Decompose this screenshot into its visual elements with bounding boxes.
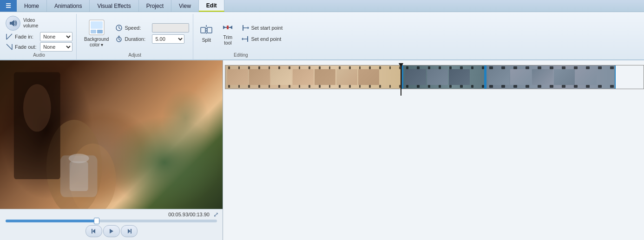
- svg-marker-20: [223, 26, 226, 29]
- fade-in-row: Fade in: NoneSlowMediumFast: [6, 32, 72, 41]
- tab-animations[interactable]: Animations: [47, 0, 90, 12]
- prev-frame-button[interactable]: [85, 225, 102, 237]
- background-color-button[interactable]: Backgroundcolor ▾: [80, 17, 112, 50]
- fade-out-label: Fade out:: [15, 44, 38, 50]
- svg-point-33: [69, 154, 89, 163]
- tab-bar: ☰ Home Animations Visual Effects Project…: [0, 0, 644, 12]
- set-end-label: Set end point: [251, 36, 281, 42]
- speed-label: Speed:: [125, 25, 150, 31]
- trim-tool-label: Trimtool: [223, 35, 233, 46]
- film-strip: [225, 65, 644, 89]
- progress-thumb[interactable]: [94, 218, 99, 224]
- tab-project[interactable]: Project: [139, 0, 171, 12]
- adjust-ribbon-group: Backgroundcolor ▾ Speed:: [77, 14, 193, 59]
- film-holes-bottom-3: [486, 85, 615, 88]
- expand-button[interactable]: ⤢: [213, 211, 219, 218]
- film-holes-bottom-1: [225, 85, 401, 88]
- menu-icon: ☰: [6, 2, 11, 9]
- svg-rect-40: [131, 229, 131, 234]
- svg-line-4: [7, 44, 12, 50]
- set-start-label: Set start point: [251, 25, 283, 31]
- split-button[interactable]: Split: [197, 22, 216, 45]
- playhead[interactable]: [401, 63, 401, 96]
- set-end-point-button[interactable]: Set end point: [240, 34, 284, 44]
- video-preview-panel: 00:05.93/00:13.90 ⤢: [0, 60, 223, 240]
- duration-row: Duration: 5.003.007.0010.00: [115, 34, 189, 44]
- next-frame-icon: [126, 228, 132, 234]
- timeline-area: [223, 60, 644, 240]
- time-display: 00:05.93/00:13.90: [168, 211, 213, 218]
- audio-controls: Videovolume Fade in: NoneSlowMediumFast …: [6, 15, 72, 52]
- svg-marker-25: [248, 26, 249, 29]
- svg-rect-32: [70, 162, 88, 191]
- film-segment-3[interactable]: [486, 65, 616, 89]
- tab-visual-effects[interactable]: Visual Effects: [90, 0, 138, 12]
- tab-home-label: Home: [24, 3, 39, 9]
- play-button[interactable]: [103, 225, 120, 237]
- editing-group-label: Editing: [197, 52, 284, 58]
- fade-in-select[interactable]: NoneSlowMediumFast: [40, 32, 72, 41]
- tab-home[interactable]: Home: [17, 0, 47, 12]
- speed-icon: [115, 24, 123, 32]
- fade-out-row: Fade out: NoneSlowMediumFast: [6, 42, 72, 52]
- ribbon: Videovolume Fade in: NoneSlowMediumFast …: [0, 12, 644, 60]
- svg-marker-21: [230, 26, 232, 29]
- film-holes-top-2: [403, 66, 484, 69]
- film-holes-top-3: [486, 66, 615, 69]
- speed-row: Speed:: [115, 23, 189, 32]
- trim-tool-button[interactable]: Trimtool: [218, 19, 237, 48]
- tab-animations-label: Animations: [54, 3, 82, 9]
- volume-icon: [8, 19, 18, 28]
- tab-edit[interactable]: Edit: [199, 0, 225, 12]
- svg-rect-7: [91, 21, 103, 29]
- set-start-point-button[interactable]: Set start point: [240, 23, 284, 32]
- film-holes-bottom-2: [403, 85, 484, 88]
- split-label: Split: [202, 38, 211, 43]
- main-area: 00:05.93/00:13.90 ⤢: [0, 60, 644, 240]
- next-frame-button[interactable]: [121, 225, 138, 237]
- progress-bar[interactable]: [6, 220, 217, 222]
- set-end-icon: [242, 35, 249, 43]
- playback-controls: [2, 223, 221, 239]
- video-controls-bar: 00:05.93/00:13.90 ⤢: [0, 209, 223, 240]
- svg-rect-8: [91, 30, 96, 33]
- svg-line-2: [7, 34, 12, 39]
- video-frame: [0, 60, 223, 209]
- svg-rect-22: [227, 26, 229, 29]
- svg-rect-16: [207, 27, 212, 33]
- editing-ribbon-group: Split Trimtool: [193, 14, 288, 59]
- speed-input[interactable]: [152, 23, 189, 32]
- progress-fill: [6, 220, 97, 222]
- video-volume-button[interactable]: [6, 16, 20, 31]
- duration-label: Duration:: [125, 36, 150, 42]
- fade-in-icon: [6, 33, 13, 40]
- fade-in-label: Fade in:: [15, 34, 38, 39]
- fade-out-select[interactable]: NoneSlowMediumFast: [40, 42, 72, 52]
- film-segment-2[interactable]: [402, 65, 486, 89]
- background-color-icon: [88, 19, 105, 36]
- split-icon: [200, 24, 213, 37]
- play-icon: [108, 228, 115, 234]
- video-frame-inner: [0, 60, 223, 209]
- audio-ribbon-group: Videovolume Fade in: NoneSlowMediumFast …: [2, 14, 77, 59]
- svg-marker-39: [128, 229, 131, 234]
- svg-marker-38: [110, 229, 113, 234]
- tab-view-label: View: [179, 3, 191, 9]
- duration-select[interactable]: 5.003.007.0010.00: [152, 34, 184, 44]
- svg-rect-0: [10, 22, 12, 25]
- background-color-swatch: [88, 19, 105, 36]
- tab-view[interactable]: View: [171, 0, 199, 12]
- audio-group-label: Audio: [6, 52, 72, 58]
- duration-icon: [115, 35, 123, 43]
- prev-frame-icon: [91, 228, 97, 234]
- background-color-label: Backgroundcolor ▾: [84, 37, 109, 48]
- tab-edit-label: Edit: [206, 2, 217, 9]
- svg-rect-37: [92, 229, 92, 234]
- film-segment-1[interactable]: [225, 65, 402, 89]
- svg-marker-1: [12, 20, 14, 26]
- trim-icon: [221, 21, 234, 34]
- svg-marker-28: [242, 38, 243, 40]
- film-holes-top-1: [225, 66, 401, 69]
- svg-point-35: [23, 84, 51, 131]
- menu-button[interactable]: ☰: [0, 0, 17, 12]
